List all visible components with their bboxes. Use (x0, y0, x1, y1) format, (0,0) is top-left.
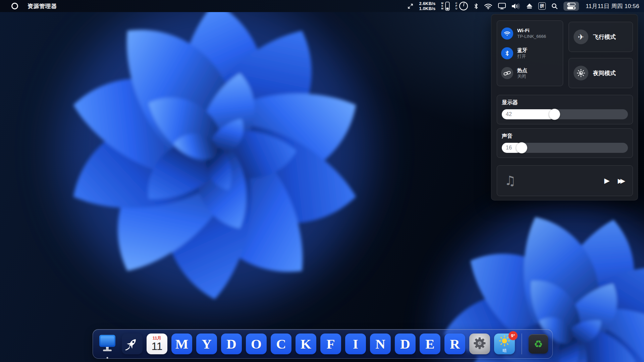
volume-value: 16 (506, 145, 512, 151)
menubar: 资源管理器 2.6KB/s 1.0KB/s M E M (0, 0, 644, 12)
brightness-slider[interactable]: 42 (502, 109, 628, 119)
dock-item-letter-k[interactable]: K (296, 334, 316, 354)
gear-icon (473, 336, 487, 352)
dock-item-file-manager[interactable] (97, 334, 118, 354)
cpu-gauge-icon (459, 1, 468, 11)
bluetooth-icon[interactable] (474, 3, 478, 9)
airplane-mode-card[interactable]: ✈ 飞行模式 (569, 22, 633, 52)
dock-item-letter-d2[interactable]: D (395, 334, 416, 354)
hotspot-row[interactable]: 热点 关闭 (501, 67, 559, 79)
music-player-card: ♫ ▶ ▶▶ (497, 165, 633, 196)
dock-item-weather[interactable]: 晴 9° (494, 334, 515, 354)
sound-section-title: 声音 (502, 133, 628, 140)
control-center-button[interactable] (564, 2, 579, 11)
running-indicator-dot (107, 357, 108, 359)
dock-item-letter-o[interactable]: O (246, 334, 267, 354)
wifi-ssid: TP-LINK_6666 (517, 34, 546, 39)
bluetooth-row[interactable]: 蓝牙 打开 (501, 47, 559, 59)
bluetooth-state: 打开 (517, 54, 527, 59)
dock: 11月 11 M Y D O C K F I N D E R (93, 329, 553, 359)
bluetooth-toggle-icon[interactable] (501, 47, 513, 59)
weather-condition-label: 晴 (502, 349, 506, 353)
display-brightness-card: 显示器 42 (497, 95, 633, 124)
dock-item-letter-c[interactable]: C (271, 334, 291, 354)
brightness-slider-thumb[interactable] (549, 109, 560, 120)
monitor-icon (98, 334, 117, 354)
night-mode-label: 夜间模式 (593, 69, 616, 77)
network-activity-icon[interactable] (408, 3, 413, 9)
network-speed-readout[interactable]: 2.6KB/s 1.0KB/s (419, 1, 435, 11)
download-speed: 1.0KB/s (419, 6, 435, 11)
hotspot-title: 热点 (517, 67, 527, 74)
display-icon[interactable] (498, 3, 506, 9)
calendar-month: 11月 (153, 336, 162, 340)
hotspot-toggle-icon[interactable] (501, 67, 513, 79)
wifi-title: Wi-Fi (517, 27, 546, 34)
dock-separator (522, 334, 522, 354)
cpu-meter[interactable]: C P U (455, 1, 468, 11)
hotspot-state: 关闭 (517, 74, 527, 79)
music-note-icon: ♫ (504, 173, 516, 188)
dock-item-launchpad[interactable] (122, 334, 143, 354)
rocket-icon (125, 336, 140, 352)
display-section-title: 显示器 (502, 99, 628, 106)
play-button[interactable]: ▶ (604, 177, 610, 185)
desktop: 资源管理器 2.6KB/s 1.0KB/s M E M (0, 0, 644, 362)
dock-item-letter-d1[interactable]: D (221, 334, 242, 354)
dock-item-letter-n[interactable]: N (370, 334, 391, 354)
volume-slider[interactable]: 16 (502, 143, 628, 153)
dock-item-letter-r[interactable]: R (444, 334, 465, 354)
bluetooth-title: 蓝牙 (517, 47, 527, 54)
recycle-icon: ♻ (534, 338, 543, 350)
ime-pinyin-icon[interactable]: 拼 (538, 2, 546, 10)
night-mode-card[interactable]: 夜间模式 (569, 58, 633, 88)
memory-meter[interactable]: M E M (441, 2, 450, 11)
search-icon[interactable] (551, 3, 558, 9)
menubar-datetime[interactable]: 11月11日 周四 10:56 (586, 2, 639, 10)
volume-slider-thumb[interactable] (516, 142, 527, 154)
sound-volume-card: 声音 16 (497, 128, 633, 158)
volume-icon[interactable] (512, 3, 521, 10)
dock-item-letter-y[interactable]: Y (196, 334, 217, 354)
wifi-row[interactable]: Wi-Fi TP-LINK_6666 (501, 27, 559, 40)
dock-item-calendar[interactable]: 11月 11 (147, 334, 167, 354)
system-logo-icon[interactable] (11, 3, 18, 9)
control-center-panel: Wi-Fi TP-LINK_6666 蓝牙 打开 (491, 14, 638, 200)
dock-item-letter-e[interactable]: E (420, 334, 440, 354)
brightness-value: 42 (506, 111, 512, 117)
dock-item-trash[interactable]: ♻ (529, 334, 548, 354)
dock-item-letter-i[interactable]: I (345, 334, 366, 354)
control-center-icon (567, 3, 576, 9)
upload-speed: 2.6KB/s (419, 1, 435, 6)
airplane-icon: ✈ (574, 29, 588, 44)
active-app-title[interactable]: 资源管理器 (28, 2, 57, 10)
eject-icon[interactable] (526, 3, 533, 9)
dock-item-settings[interactable] (469, 334, 490, 354)
calendar-day: 11 (151, 340, 162, 353)
memory-battery-icon (445, 2, 450, 11)
night-mode-icon (574, 66, 588, 80)
weather-temperature-badge: 9° (508, 331, 518, 340)
wifi-toggle-icon[interactable] (501, 27, 513, 40)
connectivity-card: Wi-Fi TP-LINK_6666 蓝牙 打开 (497, 20, 563, 86)
fast-forward-button[interactable]: ▶▶ (618, 177, 625, 184)
airplane-mode-label: 飞行模式 (593, 33, 616, 41)
wifi-icon[interactable] (484, 3, 492, 9)
dock-item-letter-f[interactable]: F (320, 334, 341, 354)
dock-item-letter-m[interactable]: M (171, 334, 192, 354)
